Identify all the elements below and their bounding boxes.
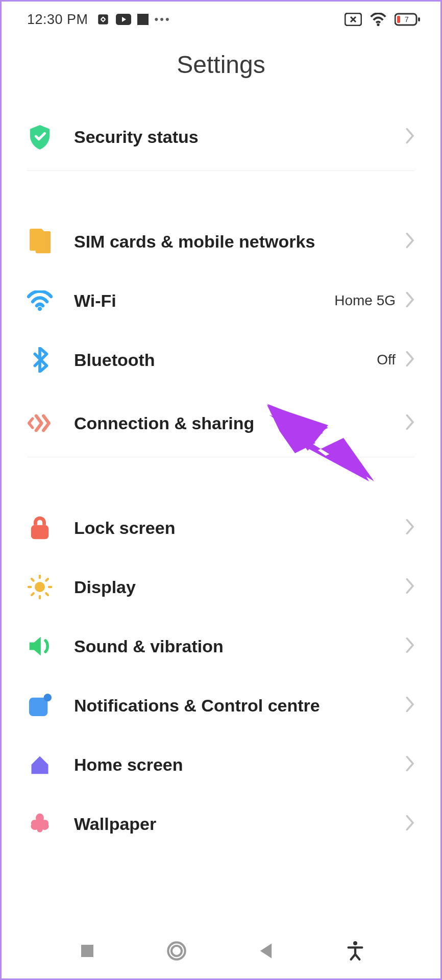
battery-icon: 7 bbox=[395, 13, 420, 26]
item-home-screen[interactable]: Home screen bbox=[2, 735, 440, 794]
wifi-icon bbox=[27, 288, 53, 313]
item-label: Wallpaper bbox=[74, 814, 406, 834]
sound-icon bbox=[27, 633, 53, 659]
lock-icon bbox=[27, 515, 53, 541]
item-connection-sharing[interactable]: Connection & sharing bbox=[2, 389, 440, 457]
bluetooth-icon bbox=[27, 347, 53, 373]
no-sim-icon bbox=[345, 13, 362, 26]
item-label: Wi-Fi bbox=[74, 291, 334, 311]
item-security-status[interactable]: Security status bbox=[2, 103, 440, 170]
chevron-right-icon bbox=[406, 638, 415, 655]
stop-icon bbox=[137, 14, 149, 25]
youtube-icon bbox=[116, 14, 131, 25]
item-label: Display bbox=[74, 577, 406, 597]
item-notifications[interactable]: Notifications & Control centre bbox=[2, 676, 440, 735]
item-lock-screen[interactable]: Lock screen bbox=[2, 498, 440, 557]
more-icon: ••• bbox=[155, 13, 171, 26]
svg-rect-21 bbox=[29, 698, 47, 716]
home-icon bbox=[27, 752, 53, 777]
chevron-right-icon bbox=[406, 292, 415, 309]
svg-point-12 bbox=[35, 582, 45, 592]
item-label: Lock screen bbox=[74, 518, 406, 538]
svg-rect-11 bbox=[31, 525, 48, 539]
nav-accessibility-button[interactable] bbox=[340, 936, 371, 966]
chevron-right-icon bbox=[406, 351, 415, 369]
item-label: SIM cards & mobile networks bbox=[74, 232, 406, 252]
sun-icon bbox=[27, 574, 53, 600]
chevron-right-icon bbox=[406, 519, 415, 536]
chevron-right-icon bbox=[406, 756, 415, 773]
svg-rect-0 bbox=[98, 14, 108, 24]
screen-frame: 12:30 PM ••• 7 Settings bbox=[0, 0, 442, 980]
chevron-right-icon bbox=[406, 233, 415, 250]
svg-point-29 bbox=[171, 946, 182, 956]
svg-line-17 bbox=[32, 579, 34, 581]
svg-rect-8 bbox=[397, 16, 400, 23]
svg-text:7: 7 bbox=[405, 15, 409, 23]
sim-icon bbox=[27, 229, 53, 254]
item-sound-vibration[interactable]: Sound & vibration bbox=[2, 617, 440, 676]
chevron-right-icon bbox=[406, 815, 415, 832]
chevron-right-icon bbox=[406, 578, 415, 596]
item-value: Off bbox=[377, 352, 396, 368]
item-wifi[interactable]: Wi-Fi Home 5G bbox=[2, 271, 440, 330]
status-bar: 12:30 PM ••• 7 bbox=[2, 2, 440, 37]
item-display[interactable]: Display bbox=[2, 557, 440, 617]
nav-recent-button[interactable] bbox=[72, 936, 103, 966]
item-sim-cards[interactable]: SIM cards & mobile networks bbox=[2, 212, 440, 271]
svg-rect-3 bbox=[137, 14, 149, 25]
nav-home-button[interactable] bbox=[161, 936, 192, 966]
svg-point-10 bbox=[38, 307, 42, 311]
flower-icon bbox=[27, 811, 53, 837]
chevron-right-icon bbox=[406, 697, 415, 714]
item-label: Security status bbox=[74, 127, 406, 147]
svg-line-18 bbox=[46, 593, 48, 595]
item-bluetooth[interactable]: Bluetooth Off bbox=[2, 330, 440, 389]
item-label: Connection & sharing bbox=[74, 413, 406, 433]
svg-line-19 bbox=[32, 593, 34, 595]
svg-point-22 bbox=[44, 694, 52, 701]
item-label: Bluetooth bbox=[74, 350, 377, 370]
svg-marker-30 bbox=[260, 944, 271, 959]
item-label: Sound & vibration bbox=[74, 636, 406, 656]
svg-rect-7 bbox=[418, 17, 420, 21]
page-title: Settings bbox=[2, 51, 440, 79]
svg-rect-27 bbox=[81, 945, 93, 957]
item-label: Notifications & Control centre bbox=[74, 696, 406, 716]
svg-line-20 bbox=[46, 579, 48, 581]
item-wallpaper[interactable]: Wallpaper bbox=[2, 794, 440, 853]
navigation-bar bbox=[2, 930, 440, 971]
svg-point-5 bbox=[377, 23, 379, 26]
notifications-icon bbox=[27, 693, 53, 718]
chevron-right-icon bbox=[406, 128, 415, 145]
share-icon bbox=[96, 13, 110, 26]
wifi-status-icon bbox=[370, 13, 386, 26]
status-time: 12:30 PM bbox=[27, 12, 88, 28]
connection-icon bbox=[27, 410, 53, 436]
item-label: Home screen bbox=[74, 755, 406, 775]
svg-point-31 bbox=[353, 941, 357, 945]
chevron-right-icon bbox=[406, 414, 415, 432]
item-value: Home 5G bbox=[334, 292, 396, 309]
nav-back-button[interactable] bbox=[251, 936, 281, 966]
shield-check-icon bbox=[27, 124, 53, 150]
